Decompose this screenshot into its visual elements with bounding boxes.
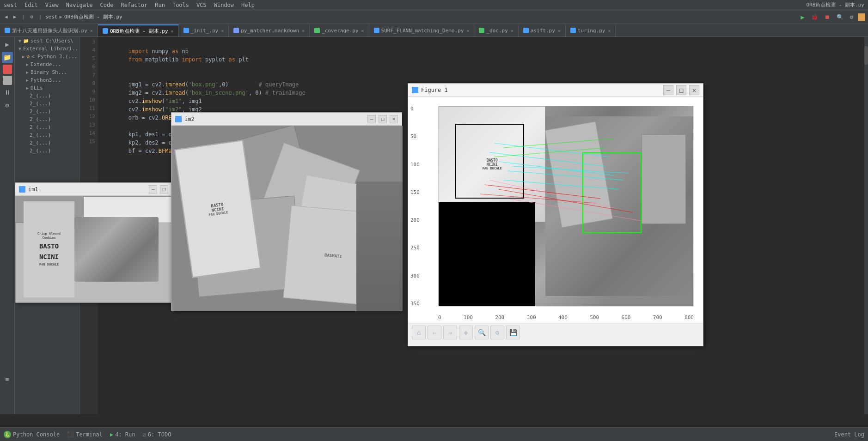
bottom-python-console[interactable]: 🐍 Python Console <box>4 431 60 438</box>
figure1-minimize[interactable]: — <box>663 85 673 95</box>
figure1-icon <box>412 87 418 93</box>
mpl-pan[interactable]: ✥ <box>459 326 473 339</box>
sidebar-item-file7[interactable]: 2_(...) <box>15 139 79 147</box>
sidebar-item-dlls[interactable]: ▶ DLLs <box>15 84 79 92</box>
sidebar-item-python3[interactable]: ▶ Python3... <box>15 76 79 84</box>
im2-minimize[interactable]: — <box>367 115 376 123</box>
mpl-back[interactable]: ← <box>428 326 441 339</box>
right-scrollbar[interactable] <box>864 37 868 414</box>
sidebar-item-sest[interactable]: ▼ 📁 sest C:\Users\ <box>15 37 79 45</box>
im2-maximize[interactable]: □ <box>379 115 387 123</box>
menu-window[interactable]: Window <box>214 2 234 8</box>
sidebar-python-label: < Python 3.(... <box>31 54 77 60</box>
menu-view[interactable]: View <box>45 2 59 8</box>
toolbar-run[interactable]: ▶ <box>799 12 806 22</box>
tab-close-active[interactable]: ✕ <box>171 29 174 34</box>
svg-line-5 <box>513 166 628 173</box>
event-log[interactable]: Event Log <box>834 431 864 438</box>
left-icon-run[interactable]: ▶ <box>2 39 13 50</box>
sidebar-item-extended[interactable]: ▶ Extende... <box>15 60 79 68</box>
sidebar-file4-label: 2_(...) <box>30 116 51 122</box>
code-line-4: from matplotlib import pyplot as plt <box>102 47 861 55</box>
mpl-configure[interactable]: ⚙ <box>490 326 504 339</box>
menu-help[interactable]: Help <box>241 2 255 8</box>
python-console-label: Python Console <box>13 431 60 438</box>
svg-line-9 <box>503 139 614 148</box>
line-num-14: 14 <box>79 129 98 138</box>
mpl-home[interactable]: ⌂ <box>412 326 426 339</box>
tab-orb-active[interactable]: ORB角点检测 - 副本.py ✕ <box>98 24 179 36</box>
im1-minimize[interactable]: — <box>149 185 157 193</box>
tabs-bar: 第十八天通用摄像头人脸识别.py ✕ ORB角点检测 - 副本.py ✕ _in… <box>0 24 868 37</box>
left-icon-files[interactable]: 📁 <box>2 52 13 63</box>
tab-close-cov[interactable]: ✕ <box>361 28 364 33</box>
sidebar-item-file5[interactable]: 2_(...) <box>15 123 79 131</box>
menu-run[interactable]: Run <box>155 2 165 8</box>
bottom-run[interactable]: ▶ 4: Run <box>110 431 135 438</box>
menu-refactor[interactable]: Refactor <box>121 2 147 8</box>
mpl-zoom[interactable]: 🔍 <box>475 326 489 339</box>
toolbar-stop[interactable]: ⏹ <box>823 13 832 21</box>
menu-edit[interactable]: Edit <box>24 2 38 8</box>
bottom-terminal[interactable]: ⬛ Terminal <box>67 431 103 438</box>
im2-close[interactable]: ✕ <box>390 115 398 123</box>
tab-init[interactable]: _init_.py ✕ <box>179 24 229 36</box>
figure1-close[interactable]: ✕ <box>689 85 699 95</box>
mpl-save[interactable]: 💾 <box>506 326 520 339</box>
tab-coverage[interactable]: _coverage.py ✕ <box>310 24 369 36</box>
mpl-forward[interactable]: → <box>443 326 457 339</box>
left-icon-white[interactable] <box>3 76 12 85</box>
tab-doc[interactable]: _doc.py ✕ <box>474 24 518 36</box>
im2-window: im2 — □ ✕ BASTO NCINI PAN DUCALE BASMATI <box>171 112 402 311</box>
sidebar-item-file3[interactable]: 2_(...) <box>15 108 79 115</box>
tab-close-turing[interactable]: ✕ <box>608 28 611 33</box>
im1-maximize[interactable]: □ <box>160 185 168 193</box>
sidebar-file2-label: 2_(...) <box>30 101 51 107</box>
sidebar-file8-label: 2_(...) <box>30 148 51 154</box>
bottom-todo[interactable]: ☑ 6: TODO <box>143 431 171 438</box>
toolbar-back[interactable]: ◀ <box>3 13 10 21</box>
im1-icon <box>19 186 25 193</box>
menu-code[interactable]: Code <box>100 2 114 8</box>
menu-navigate[interactable]: Navigate <box>66 2 93 8</box>
im1-titlebar: im1 — □ ✕ <box>15 183 183 196</box>
left-icon-more[interactable]: ≡ <box>2 374 13 385</box>
x-label-200: 200 <box>495 314 504 320</box>
sidebar-python3-label: Python3... <box>31 77 61 83</box>
sidebar-item-python[interactable]: ▶ ⊙ < Python 3.(... <box>15 53 79 60</box>
tab-matcher[interactable]: py_matcher.markdown ✕ <box>229 24 310 36</box>
tab-face-recognition[interactable]: 第十八天通用摄像头人脸识别.py ✕ <box>0 24 98 36</box>
tab-surf[interactable]: SURF_FLANN_matching_Demo.py ✕ <box>369 24 475 36</box>
left-icon-pause[interactable]: ⏸ <box>2 87 13 98</box>
toolbar-search[interactable]: 🔍 <box>835 13 845 21</box>
menu-project[interactable]: sest <box>4 2 17 8</box>
figure1-maximize[interactable]: □ <box>676 85 686 95</box>
tab-close-surf[interactable]: ✕ <box>466 28 469 33</box>
toolbar-debug[interactable]: 🐞 <box>809 13 820 21</box>
sidebar-item-file4[interactable]: 2_(...) <box>15 115 79 123</box>
tab-asift[interactable]: asift.py ✕ <box>519 24 566 36</box>
toolbar-forward[interactable]: ▶ <box>12 13 18 21</box>
menu-tools[interactable]: Tools <box>172 2 189 8</box>
tab-close-init[interactable]: ✕ <box>221 28 224 33</box>
left-icon-settings[interactable]: ⚙ <box>2 100 13 111</box>
tab-close-doc[interactable]: ✕ <box>511 28 513 33</box>
left-icon-red[interactable] <box>3 65 12 74</box>
toolbar-settings[interactable]: ⚙ <box>28 13 35 21</box>
tab-turing[interactable]: turing.py ✕ <box>566 24 616 36</box>
sidebar-item-file1[interactable]: 2_(...) <box>15 92 79 100</box>
toolbar-settings2[interactable]: ⚙ <box>848 13 855 21</box>
tab-close-asift[interactable]: ✕ <box>558 28 561 33</box>
sidebar-item-file2[interactable]: 2_(...) <box>15 100 79 108</box>
sidebar-ext-label: External Librari... <box>23 46 79 52</box>
sidebar-item-file6[interactable]: 2_(...) <box>15 131 79 139</box>
run-label: 4: Run <box>115 431 135 438</box>
tab-close-md[interactable]: ✕ <box>302 28 305 33</box>
tab-icon-active <box>103 28 108 34</box>
sidebar-item-ext-lib[interactable]: ▼ External Librari... <box>15 45 79 53</box>
sidebar-item-binary[interactable]: ▶ Binary Sh... <box>15 68 79 76</box>
menu-vcs[interactable]: VCS <box>196 2 207 8</box>
sidebar-item-file8[interactable]: 2_(...) <box>15 147 79 155</box>
tab-close[interactable]: ✕ <box>90 28 93 33</box>
line-num-15: 15 <box>79 138 98 146</box>
